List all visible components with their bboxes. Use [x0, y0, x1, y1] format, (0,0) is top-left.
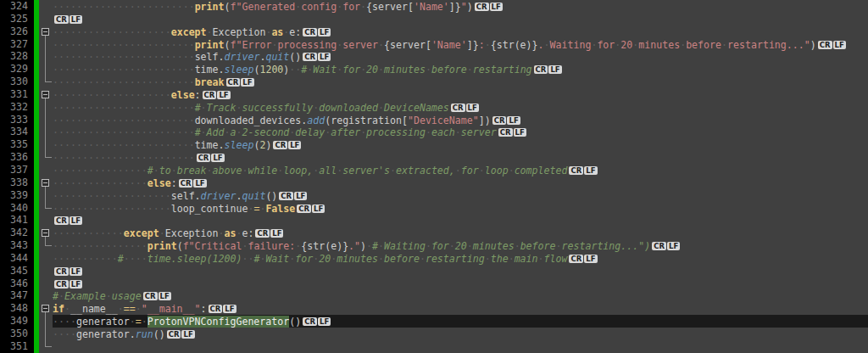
code-content[interactable]: ···········#····time.sleep(1200)··#·Wait… — [53, 252, 868, 265]
fold-margin[interactable] — [39, 13, 53, 25]
code-line[interactable]: 341CRLF — [0, 214, 868, 227]
line-number[interactable]: 346 — [0, 277, 34, 290]
fold-margin[interactable] — [39, 38, 53, 51]
code-line[interactable]: 335························time.sleep(2)… — [0, 138, 868, 151]
code-content[interactable]: if·__name__·==·"__main__":CRLF — [53, 302, 868, 315]
fold-margin[interactable] — [39, 227, 53, 239]
code-line[interactable]: 347#·Example·usageCRLF — [0, 289, 868, 302]
code-line[interactable]: 327························print(f"Error… — [0, 38, 868, 51]
code-line[interactable]: 340····················loop_continue·=·F… — [0, 202, 868, 215]
code-content[interactable]: CRLF — [53, 13, 868, 25]
line-number[interactable]: 347 — [0, 289, 34, 302]
code-editor[interactable]: 324························print(f"Gener… — [0, 0, 868, 353]
fold-margin[interactable] — [39, 76, 53, 88]
line-number[interactable]: 324 — [0, 0, 34, 13]
fold-margin[interactable] — [39, 114, 53, 126]
fold-margin[interactable] — [39, 289, 53, 302]
code-content[interactable]: ························print(f"Error·pr… — [53, 38, 868, 51]
fold-collapse-icon[interactable] — [42, 305, 49, 312]
fold-margin[interactable] — [39, 88, 53, 101]
fold-margin[interactable] — [39, 214, 53, 227]
code-content[interactable]: ····generator·=·ProtonVPNConfigGenerator… — [53, 315, 868, 328]
code-content[interactable]: ················else:CRLF — [53, 176, 868, 189]
fold-margin[interactable] — [39, 138, 53, 151]
line-number[interactable]: 340 — [0, 202, 34, 215]
fold-margin[interactable] — [39, 63, 53, 76]
code-line[interactable]: 350····generator.run()CRLF — [0, 328, 868, 340]
line-number[interactable]: 342 — [0, 227, 34, 239]
code-line[interactable]: 343················print(f"Critical·fail… — [0, 239, 868, 252]
code-line[interactable]: 337················#·to·break·above·whil… — [0, 164, 868, 176]
line-number[interactable]: 338 — [0, 176, 34, 189]
code-content[interactable]: #·Example·usageCRLF — [53, 289, 868, 302]
code-line[interactable]: 344···········#····time.sleep(1200)··#·W… — [0, 252, 868, 265]
fold-margin[interactable] — [39, 176, 53, 189]
fold-collapse-icon[interactable] — [42, 229, 49, 237]
code-line[interactable]: 325CRLF — [0, 13, 868, 25]
code-line[interactable]: 331····················else:CRLF — [0, 88, 868, 101]
code-line[interactable]: 345CRLF — [0, 265, 868, 277]
code-content[interactable] — [53, 340, 868, 353]
code-line[interactable]: 339····················self.driver.quit(… — [0, 189, 868, 202]
fold-margin[interactable] — [39, 277, 53, 290]
code-content[interactable]: ····················self.driver.quit()CR… — [53, 189, 868, 202]
line-number[interactable]: 343 — [0, 239, 34, 252]
line-number[interactable]: 328 — [0, 50, 34, 63]
fold-margin[interactable] — [39, 189, 53, 202]
fold-margin[interactable] — [39, 252, 53, 265]
line-number[interactable]: 335 — [0, 138, 34, 151]
code-line[interactable]: 348if·__name__·==·"__main__":CRLF — [0, 302, 868, 315]
fold-margin[interactable] — [39, 340, 53, 353]
fold-margin[interactable] — [39, 50, 53, 63]
fold-collapse-icon[interactable] — [42, 91, 49, 98]
code-content[interactable]: ························#·Add·a·2-second… — [53, 126, 868, 138]
line-number[interactable]: 334 — [0, 126, 34, 138]
code-line[interactable]: 338················else:CRLF — [0, 176, 868, 189]
line-number[interactable]: 333 — [0, 114, 34, 126]
line-number[interactable]: 344 — [0, 252, 34, 265]
code-content[interactable]: ····················else:CRLF — [53, 88, 868, 101]
code-content[interactable]: ····················loop_continue·=·Fals… — [53, 202, 868, 215]
code-content[interactable]: ························breakCRLF — [53, 76, 868, 88]
code-content[interactable]: ················print(f"Critical·failure… — [53, 239, 868, 252]
fold-margin[interactable] — [39, 151, 53, 164]
code-line[interactable]: 346CRLF — [0, 277, 868, 290]
line-number[interactable]: 349 — [0, 315, 34, 328]
code-line[interactable]: 324························print(f"Gener… — [0, 0, 868, 13]
line-number[interactable]: 337 — [0, 164, 34, 176]
code-line[interactable]: 330························breakCRLF — [0, 76, 868, 88]
fold-margin[interactable] — [39, 239, 53, 252]
code-content[interactable]: ························downloaded_devic… — [53, 114, 868, 126]
code-line[interactable]: 336························CRLF — [0, 151, 868, 164]
code-content[interactable]: ····················except·Exception·as·… — [53, 25, 868, 38]
fold-margin[interactable] — [39, 126, 53, 138]
code-line[interactable]: 333························downloaded_de… — [0, 114, 868, 126]
code-line[interactable]: 351 — [0, 340, 868, 353]
fold-margin[interactable] — [39, 315, 53, 328]
line-number[interactable]: 330 — [0, 76, 34, 88]
fold-collapse-icon[interactable] — [42, 28, 49, 36]
code-line[interactable]: 334························#·Add·a·2-sec… — [0, 126, 868, 138]
code-content[interactable]: ························print(f"Generate… — [53, 0, 868, 13]
fold-margin[interactable] — [39, 202, 53, 215]
code-content[interactable]: ························CRLF — [53, 151, 868, 164]
fold-collapse-icon[interactable] — [42, 179, 49, 187]
code-line[interactable]: 349····generator·=·ProtonVPNConfigGenera… — [0, 315, 868, 328]
code-line[interactable]: 342············except·Exception·as·e:CRL… — [0, 227, 868, 239]
code-content[interactable]: CRLF — [53, 277, 868, 290]
code-line[interactable]: 328························self.driver.q… — [0, 50, 868, 63]
code-line[interactable]: 332························#·Track·succe… — [0, 101, 868, 114]
fold-margin[interactable] — [39, 0, 53, 13]
fold-margin[interactable] — [39, 265, 53, 277]
fold-margin[interactable] — [39, 328, 53, 340]
line-number[interactable]: 345 — [0, 265, 34, 277]
code-line[interactable]: 329························time.sleep(12… — [0, 63, 868, 76]
line-number[interactable]: 331 — [0, 88, 34, 101]
fold-margin[interactable] — [39, 164, 53, 176]
line-number[interactable]: 325 — [0, 13, 34, 25]
line-number[interactable]: 336 — [0, 151, 34, 164]
code-content[interactable]: CRLF — [53, 214, 868, 227]
code-content[interactable]: ························self.driver.quit… — [53, 50, 868, 63]
fold-margin[interactable] — [39, 302, 53, 315]
code-content[interactable]: ························time.sleep(2)CRL… — [53, 138, 868, 151]
